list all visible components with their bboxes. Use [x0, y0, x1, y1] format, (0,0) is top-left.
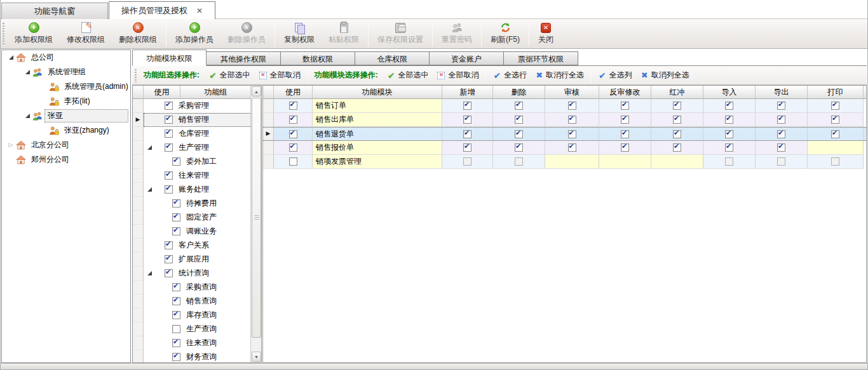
group-use-checkbox[interactable] — [165, 255, 173, 263]
permission-checkbox[interactable] — [621, 130, 629, 138]
permission-checkbox[interactable] — [568, 116, 576, 124]
permission-checkbox[interactable] — [725, 116, 733, 124]
group-use-checkbox[interactable] — [172, 157, 180, 166]
tree-expander[interactable] — [24, 70, 31, 74]
permission-checkbox[interactable] — [463, 130, 471, 138]
group-use-checkbox[interactable] — [165, 116, 173, 124]
module-grid-header[interactable]: 使用 — [274, 86, 313, 99]
scroll-down-button[interactable]: ▼ — [252, 352, 261, 362]
group-row[interactable]: 生产查询 — [133, 322, 261, 336]
perm-tab-2[interactable]: 其他操作权限 — [207, 51, 281, 65]
group-row[interactable]: 调账业务 — [133, 225, 261, 239]
group-use-checkbox[interactable] — [165, 269, 173, 277]
selection-action-button[interactable]: ✔全部选中 — [383, 69, 433, 82]
group-row[interactable]: 仓库管理 — [133, 127, 261, 141]
group-row[interactable]: 固定资产 — [133, 211, 261, 225]
perm-tab-3[interactable]: 数据权限 — [281, 51, 355, 65]
group-use-checkbox[interactable] — [172, 199, 180, 208]
toolbar-button-5[interactable]: 删除操作员 — [220, 20, 273, 47]
group-row[interactable]: 往来管理 — [133, 169, 261, 183]
perm-tab-1[interactable]: 功能模块权限 — [132, 50, 207, 66]
permission-checkbox[interactable] — [777, 143, 785, 152]
module-grid-header[interactable]: 新增 — [442, 86, 493, 99]
selection-action-button[interactable]: ✖取消行全选 — [531, 69, 588, 82]
perm-tab-4[interactable]: 仓库权限 — [355, 51, 430, 65]
permission-checkbox[interactable] — [568, 143, 576, 152]
group-grid-header-use[interactable]: 使用 — [144, 86, 180, 99]
module-grid-header[interactable]: 审核 — [545, 86, 599, 99]
tree-item[interactable]: 李拓(lit) — [2, 94, 130, 109]
module-grid-header[interactable]: 删除 — [493, 86, 545, 99]
scroll-thumb[interactable] — [252, 98, 261, 338]
selection-action-button[interactable]: ✕全部取消 — [433, 69, 483, 82]
permission-checkbox[interactable] — [463, 102, 471, 110]
close-tab-icon[interactable]: ✕ — [196, 7, 203, 15]
group-use-checkbox[interactable] — [172, 213, 180, 221]
permission-checkbox[interactable] — [515, 130, 523, 138]
group-use-checkbox[interactable] — [165, 143, 173, 152]
group-row[interactable]: 委外加工 — [133, 155, 261, 169]
permission-checkbox[interactable] — [831, 102, 839, 110]
permission-checkbox[interactable] — [673, 130, 681, 138]
permission-checkbox[interactable] — [777, 157, 785, 166]
group-row[interactable]: 采购管理 — [133, 99, 261, 113]
permission-checkbox[interactable] — [463, 116, 471, 124]
module-use-checkbox[interactable] — [289, 143, 297, 152]
permission-checkbox[interactable] — [725, 102, 733, 110]
toolbar-button-2[interactable]: 修改权限组 — [60, 20, 112, 47]
tab-function-navigator[interactable]: 功能导航窗 — [1, 3, 108, 19]
permission-checkbox[interactable] — [673, 102, 681, 110]
permission-checkbox[interactable] — [515, 143, 523, 152]
permission-checkbox[interactable] — [673, 116, 681, 124]
permission-checkbox[interactable] — [777, 116, 785, 124]
group-row[interactable]: 生产管理 — [133, 141, 261, 155]
permission-checkbox[interactable] — [725, 157, 733, 166]
permission-checkbox[interactable] — [831, 130, 839, 138]
module-use-checkbox[interactable] — [289, 130, 297, 138]
module-row[interactable]: 销售报价单 — [263, 141, 866, 155]
permission-checkbox[interactable] — [777, 102, 785, 110]
tree-expander[interactable] — [7, 55, 15, 60]
toolbar-button-1[interactable]: 添加权限组 — [8, 20, 60, 47]
selection-action-button[interactable]: ✖取消列全选 — [637, 69, 694, 82]
group-use-checkbox[interactable] — [165, 171, 173, 180]
group-row[interactable]: 财务查询 — [133, 350, 261, 363]
permission-checkbox[interactable] — [725, 130, 733, 138]
tree-item[interactable]: 张亚(zhangy) — [2, 123, 130, 138]
module-grid-header[interactable]: 打印 — [808, 86, 864, 99]
group-use-checkbox[interactable] — [172, 297, 180, 305]
permission-checkbox[interactable] — [568, 130, 576, 138]
group-row[interactable]: 统计查询 — [133, 267, 261, 281]
permission-checkbox[interactable] — [831, 157, 839, 166]
tree-item[interactable]: 郑州分公司 — [2, 152, 130, 167]
group-use-checkbox[interactable] — [165, 241, 173, 249]
group-row[interactable]: 库存查询 — [133, 308, 261, 322]
permission-checkbox[interactable] — [515, 157, 523, 166]
tree-item[interactable]: 总公司 — [2, 50, 130, 65]
module-grid-header[interactable]: 功能模块 — [313, 86, 442, 99]
tree-item[interactable]: ▷北京分公司 — [2, 138, 130, 152]
permission-checkbox[interactable] — [463, 143, 471, 152]
module-row[interactable]: 销项发票管理 — [263, 155, 866, 169]
permission-checkbox[interactable] — [621, 102, 629, 110]
module-use-checkbox[interactable] — [289, 116, 297, 124]
toolbar-button-4[interactable]: 添加操作员 — [168, 20, 220, 47]
tab-operator-management[interactable]: 操作员管理及授权 ✕ — [109, 1, 215, 19]
group-use-checkbox[interactable] — [172, 325, 180, 333]
tree-item[interactable]: 张亚 — [2, 109, 130, 123]
toolbar-button-10[interactable]: 刷新(F5) — [484, 20, 527, 47]
toolbar-button-9[interactable]: 重置密码 — [435, 20, 479, 47]
group-row[interactable]: 往来查询 — [133, 336, 261, 350]
group-row[interactable]: 销售查询 — [133, 294, 261, 308]
group-use-checkbox[interactable] — [165, 102, 173, 110]
group-use-checkbox[interactable] — [172, 227, 180, 235]
permission-checkbox[interactable] — [568, 102, 576, 110]
group-row[interactable]: 采购查询 — [133, 281, 261, 294]
module-use-checkbox[interactable] — [289, 102, 297, 110]
permission-checkbox[interactable] — [673, 143, 681, 152]
tree-item[interactable]: 系统管理员(admin) — [2, 79, 130, 94]
tree-expander[interactable]: ▷ — [7, 142, 15, 148]
group-use-checkbox[interactable] — [165, 129, 173, 138]
permission-checkbox[interactable] — [515, 116, 523, 124]
selection-action-button[interactable]: ✔全部选中 — [205, 69, 255, 82]
